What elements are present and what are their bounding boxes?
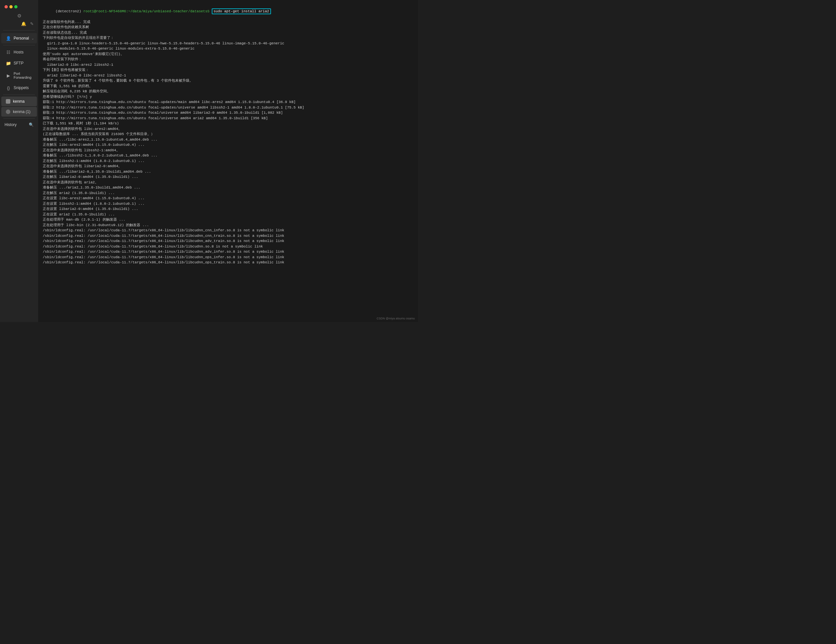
- terminal-line: /sbin/ldconfig.real: /usr/local/cuda-11.…: [43, 260, 413, 265]
- prompt-user-host: root1@root1-NF5468M6:~/data/miya/unbiase…: [83, 10, 209, 13]
- port-forwarding-icon: ▶: [6, 73, 11, 78]
- terminal-line: 正在设置 libc-ares2:amd64 (1.15.0-1ubuntu0.4…: [43, 196, 413, 201]
- hosts-icon: ☷: [6, 49, 11, 55]
- sidebar-item-hosts[interactable]: ☷ Hosts: [1, 47, 37, 57]
- main-content: (detectron2) root1@root1-NF5468M6:~/data…: [38, 0, 418, 322]
- sftp-icon: 📁: [6, 60, 11, 66]
- terminal-line: 正在处理用于 libc-bin (2.31-0ubuntu9.12) 的触发器 …: [43, 222, 413, 228]
- divider-top: [3, 30, 35, 31]
- terminal-line: /sbin/ldconfig.real: /usr/local/cuda-11.…: [43, 249, 413, 255]
- kenma1-icon: [6, 110, 10, 114]
- terminal-line: 正在解压 libc-ares2:amd64 (1.15.0-1ubuntu0.4…: [43, 142, 413, 148]
- terminal-line: libaria2-0 libc-ares2 libssh2-1: [43, 62, 413, 68]
- terminal-line: 解压缩后会消耗 6,235 kB 的额外空间。: [43, 89, 413, 94]
- sidebar: ⚙ 🔔 ✎ 👤 Personal ⌄ ☷ Hosts 📁 SFTP ▶ Port…: [0, 0, 38, 322]
- terminal-line: 准备解压 .../aria2_1.35.0-1build1_amd64.deb …: [43, 185, 413, 190]
- terminal-line: /sbin/ldconfig.real: /usr/local/cuda-11.…: [43, 244, 413, 249]
- snippets-label: Snippets: [14, 85, 33, 90]
- sidebar-item-kenma[interactable]: kenma: [1, 96, 37, 106]
- personal-icon: 👤: [6, 36, 11, 41]
- terminal-line: 将会同时安装下列软件：: [43, 57, 413, 62]
- terminal-line: /sbin/ldconfig.real: /usr/local/cuda-11.…: [43, 239, 413, 244]
- terminal-line: 已下载 1,551 kB，耗时 1秒 (1,194 kB/s): [43, 121, 413, 126]
- terminal-line: 准备解压 .../libaria2-0_1.35.0-1build1_amd64…: [43, 169, 413, 175]
- history-search-icon[interactable]: 🔍: [29, 123, 34, 127]
- gear-icon[interactable]: ⚙: [17, 13, 21, 19]
- terminal-prompt-line: (detectron2) root1@root1-NF5468M6:~/data…: [43, 3, 413, 20]
- terminal-line: 升级了 0 个软件包，新安装了 4 个软件包，要卸载 0 个软件包，有 3 个软…: [43, 78, 413, 83]
- sidebar-item-personal[interactable]: 👤 Personal ⌄: [1, 33, 37, 43]
- watermark: CSDN @miya atsumu osamu: [377, 317, 415, 320]
- terminal-line: 获取:2 http://mirrors.tuna.tsinghua.edu.cn…: [43, 105, 413, 111]
- terminal-line: 准备解压 .../libssh2-1_1.8.0-2.1ubuntu0.1_am…: [43, 153, 413, 159]
- terminal-line: 正在处理用于 man-db (2.9.1-1) 的触发器 ...: [43, 217, 413, 222]
- terminal-line: 获取:4 http://mirrors.tuna.tsinghua.edu.cn…: [43, 116, 413, 121]
- history-label: History: [5, 123, 16, 127]
- sidebar-item-snippets[interactable]: {} Snippets: [1, 83, 37, 93]
- terminal-line: 正在选中未选择的软件包 libc-ares2:amd64。: [43, 126, 413, 132]
- terminal-line: 您希望继续执行吗？ [Y/n] y: [43, 94, 413, 100]
- terminal-line: 正在解压 libaria2-0:amd64 (1.35.0-1build1) .…: [43, 174, 413, 180]
- compose-icon[interactable]: ✎: [30, 21, 34, 26]
- personal-label: Personal: [14, 36, 29, 41]
- terminal-line: 正在设置 libssh2-1:amd64 (1.8.0-2.1ubuntu0.1…: [43, 201, 413, 207]
- terminal-line: 获取:1 http://mirrors.tuna.tsinghua.edu.cn…: [43, 100, 413, 105]
- chevron-down-icon: ⌄: [31, 37, 34, 40]
- terminal-line: 正在解压 aria2 (1.35.0-1build1) ...: [43, 190, 413, 196]
- terminal-line: /sbin/ldconfig.real: /usr/local/cuda-11.…: [43, 233, 413, 239]
- terminal-line: 下列软件包是自动安装的并且现在不需要了：: [43, 35, 413, 41]
- terminal-line: /sbin/ldconfig.real: /usr/local/cuda-11.…: [43, 255, 413, 260]
- kenma-label: kenma: [13, 99, 33, 104]
- terminal-output[interactable]: (detectron2) root1@root1-NF5468M6:~/data…: [38, 0, 418, 322]
- terminal-line: 正在设置 aria2 (1.35.0-1build1) ...: [43, 212, 413, 217]
- command-highlight: sudo apt-get install aria2: [212, 8, 271, 14]
- kenma1-label: kenma (1): [13, 110, 33, 114]
- terminal-line: /sbin/ldconfig.real: /usr/local/cuda-11.…: [43, 228, 413, 233]
- terminal-line: 正在读取软件包列表... 完成: [43, 20, 413, 25]
- terminal-line: 正在选中未选择的软件包 libssh2-1:amd64。: [43, 148, 413, 153]
- minimize-button[interactable]: [10, 5, 13, 8]
- sftp-label: SFTP: [14, 61, 33, 65]
- terminal-line: linux-modules-5.15.0-46-generic linux-mo…: [43, 46, 413, 52]
- kenma-icon: [6, 99, 10, 104]
- terminal-line: 正在读取状态信息... 完成: [43, 30, 413, 36]
- terminal-line: aria2 libaria2-0 libc-ares2 libssh2-1: [43, 73, 413, 78]
- snippets-icon: {}: [6, 85, 11, 90]
- sidebar-item-history[interactable]: History 🔍: [0, 120, 38, 129]
- terminal-line: 正在设置 libaria2-0:amd64 (1.35.0-1build1) .…: [43, 206, 413, 212]
- terminal-line: 下列【新】软件包将被安装：: [43, 67, 413, 73]
- terminal-line: (正在读取数据库 ... 系统当前共安装有 216305 个文件和目录。）: [43, 132, 413, 137]
- terminal-line: 获取:3 http://mirrors.tuna.tsinghua.edu.cn…: [43, 110, 413, 116]
- sidebar-top-bar: [0, 1, 38, 12]
- terminal-line: 正在分析软件包的依赖关系树: [43, 25, 413, 30]
- sidebar-item-kenma1[interactable]: kenma (1): [1, 107, 37, 117]
- port-forwarding-label: Port Forwarding: [14, 72, 33, 79]
- terminal-line: 使用'sudo apt autoremove'来卸载它(它们)。: [43, 52, 413, 57]
- terminal-lines: 正在读取软件包列表... 完成正在分析软件包的依赖关系树正在读取状态信息... …: [43, 20, 413, 265]
- divider-3: [3, 118, 35, 119]
- traffic-lights: [5, 5, 18, 8]
- close-button[interactable]: [5, 5, 8, 8]
- terminal-line: 正在选中未选择的软件包 aria2。: [43, 180, 413, 185]
- sidebar-item-port-forwarding[interactable]: ▶ Port Forwarding: [1, 69, 37, 82]
- sidebar-item-sftp[interactable]: 📁 SFTP: [1, 58, 37, 69]
- bell-icon[interactable]: 🔔: [21, 21, 26, 26]
- terminal-line: 准备解压 .../libc-ares2_1.15.0-1ubuntu0.4_am…: [43, 137, 413, 142]
- prompt-prefix: (detectron2): [56, 10, 83, 13]
- hosts-label: Hosts: [14, 50, 33, 54]
- terminal-line: 正在选中未选择的软件包 libaria2-0:amd64。: [43, 163, 413, 169]
- terminal-line: 正在解压 libssh2-1:amd64 (1.8.0-2.1ubuntu0.1…: [43, 159, 413, 164]
- terminal-line: 需要下载 1,551 kB 的归档。: [43, 83, 413, 89]
- maximize-button[interactable]: [14, 5, 18, 8]
- divider-2: [3, 95, 35, 95]
- terminal-line: gir1.2-goa-1.0 linux-headers-5.15.0-46-g…: [43, 41, 413, 46]
